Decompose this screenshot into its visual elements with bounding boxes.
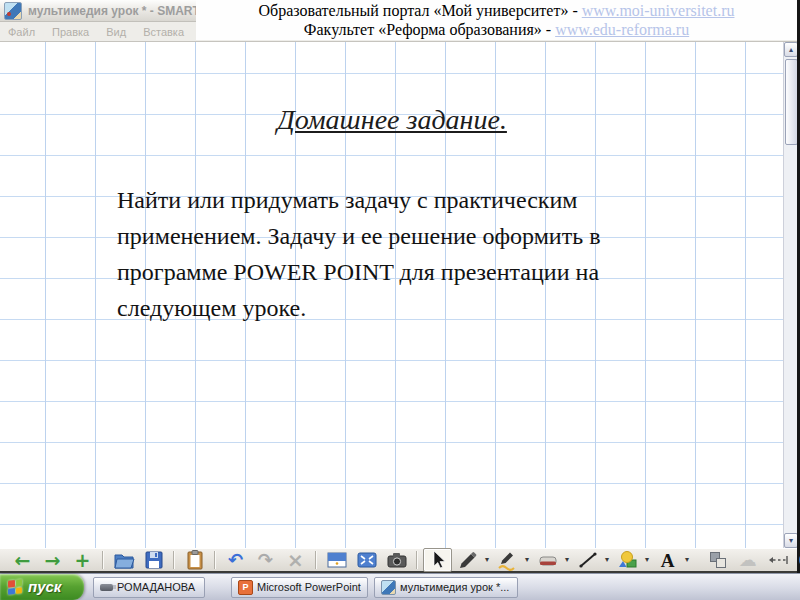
- toolbar-separator: [315, 551, 317, 569]
- screen-shade-icon: [326, 549, 348, 571]
- toolbar-separator: [214, 551, 216, 569]
- line-icon: [577, 549, 599, 571]
- next-page-button[interactable]: →: [38, 548, 67, 572]
- cloud-icon: ☁: [739, 551, 757, 569]
- pen-dropdown-arrow[interactable]: ▾: [485, 556, 489, 564]
- smart-notebook-window: мультимедия урок * - SMART N Файл Правка…: [0, 0, 800, 600]
- vertical-scrollbar[interactable]: ▴ ▾: [783, 42, 797, 548]
- line-dropdown-arrow[interactable]: ▾: [605, 556, 609, 564]
- camera-icon: [386, 549, 408, 571]
- open-button[interactable]: [109, 548, 138, 572]
- portal-line: Образовательный портал «Мой университет»…: [196, 1, 797, 20]
- portal-link[interactable]: www.moi-universitet.ru: [582, 2, 735, 19]
- folder-open-icon: [113, 549, 135, 571]
- slide-heading[interactable]: Домашнее задание.: [277, 104, 507, 136]
- undo-button[interactable]: ↶: [221, 548, 250, 572]
- text-dropdown-arrow[interactable]: ▾: [685, 556, 689, 564]
- order-objects-button[interactable]: [703, 548, 732, 572]
- creative-pen-icon: [497, 549, 519, 571]
- capture-button[interactable]: [382, 548, 411, 572]
- taskbar-button-powerpoint[interactable]: P Microsoft PowerPoint ...: [231, 577, 368, 598]
- eraser-tool-button[interactable]: [533, 548, 562, 572]
- arrow-right-icon: →: [45, 551, 61, 570]
- save-button[interactable]: [139, 548, 168, 572]
- menu-item-edit[interactable]: Правка: [52, 26, 89, 38]
- smart-up-button[interactable]: [793, 548, 800, 572]
- menu-item-file[interactable]: Файл: [8, 26, 35, 38]
- faculty-link[interactable]: www.edu-reforma.ru: [555, 21, 689, 38]
- screen-shade-button[interactable]: [322, 548, 351, 572]
- plus-icon: +: [75, 551, 91, 570]
- start-button[interactable]: пуск: [0, 574, 84, 600]
- eraser-dropdown-arrow[interactable]: ▾: [565, 556, 569, 564]
- taskbar-button-notebook[interactable]: мультимедия урок *...: [374, 577, 518, 598]
- powerpoint-icon: P: [238, 580, 253, 595]
- chevron-down-icon: ▾: [789, 537, 793, 545]
- shapes-icon: [617, 549, 639, 571]
- floppy-disk-icon: [143, 549, 165, 571]
- slide-body-line: применением. Задачу и ее решение оформит…: [117, 218, 600, 254]
- creative-pen-dropdown-arrow[interactable]: ▾: [525, 556, 529, 564]
- select-tool-button[interactable]: [423, 548, 452, 572]
- notebook-canvas[interactable]: Домашнее задание. Найти или придумать за…: [0, 42, 783, 548]
- notebook-toolbar: ← → + ↶ ↷ × ▾: [0, 548, 797, 573]
- paste-button[interactable]: [180, 548, 209, 572]
- arrow-left-icon: ←: [15, 551, 31, 570]
- cursor-arrow-icon: [427, 549, 449, 571]
- toolbar-separator: [173, 551, 175, 569]
- shapes-tool-button[interactable]: [613, 548, 642, 572]
- toolbar-separator: [416, 551, 418, 569]
- pen-tool-button[interactable]: [453, 548, 482, 572]
- eraser-icon: [537, 549, 559, 571]
- slide-body-line: Найти или придумать задачу с практически…: [117, 182, 600, 218]
- text-tool-icon: A: [661, 551, 675, 570]
- slide-body-line: программе POWER POINT для презентации на: [117, 254, 600, 290]
- menu-item-view[interactable]: Вид: [106, 26, 126, 38]
- smart-notebook-taskbar-icon: [381, 580, 396, 595]
- undo-icon: ↶: [228, 551, 243, 569]
- fullscreen-icon: [356, 549, 378, 571]
- faculty-text: Факультет «Реформа образования» -: [304, 21, 555, 38]
- cloud-button[interactable]: ☁: [733, 548, 762, 572]
- window-title: мультимедия урок * - SMART N: [28, 4, 212, 18]
- faculty-line: Факультет «Реформа образования» - www.ed…: [196, 20, 797, 39]
- slide-body-line: следующем уроке.: [117, 290, 600, 326]
- dashed-arrow-icon: [766, 549, 790, 571]
- pen-icon: [457, 549, 479, 571]
- scroll-up-button[interactable]: ▴: [784, 42, 798, 57]
- add-page-button[interactable]: +: [68, 548, 97, 572]
- overlap-squares-icon: [707, 549, 729, 571]
- redo-icon: ↷: [258, 551, 273, 569]
- watermark-overlay: Образовательный портал «Мой университет»…: [196, 0, 797, 40]
- shapes-dropdown-arrow[interactable]: ▾: [645, 556, 649, 564]
- measure-button[interactable]: [763, 548, 792, 572]
- redo-button[interactable]: ↷: [251, 548, 280, 572]
- text-tool-button[interactable]: A: [653, 548, 682, 572]
- taskbar-button-label: РОМАДАНОВА (F:): [117, 581, 198, 593]
- delete-button[interactable]: ×: [281, 548, 310, 572]
- toolbar-separator: [102, 551, 104, 569]
- up-arrow-circle-icon: [797, 549, 800, 571]
- taskbar: пуск РОМАДАНОВА (F:) P Microsoft PowerPo…: [0, 573, 800, 600]
- taskbar-button-label: Microsoft PowerPoint ...: [257, 581, 361, 593]
- creative-pen-tool-button[interactable]: [493, 548, 522, 572]
- delete-x-icon: ×: [287, 550, 304, 570]
- fullscreen-button[interactable]: [352, 548, 381, 572]
- chevron-up-icon: ▴: [789, 46, 793, 54]
- windows-logo-icon: [8, 579, 22, 594]
- slide-body[interactable]: Найти или придумать задачу с практически…: [117, 182, 600, 326]
- taskbar-button-label: мультимедия урок *...: [400, 581, 509, 593]
- smart-notebook-app-icon[interactable]: [4, 2, 22, 20]
- scroll-down-button[interactable]: ▾: [784, 533, 798, 548]
- clipboard-icon: [184, 549, 206, 571]
- portal-text: Образовательный портал «Мой университет»…: [259, 2, 582, 19]
- removable-drive-icon: [100, 584, 113, 591]
- taskbar-button-drive[interactable]: РОМАДАНОВА (F:): [93, 577, 205, 598]
- start-label: пуск: [28, 578, 61, 595]
- menu-item-insert[interactable]: Вставка: [143, 26, 184, 38]
- previous-page-button[interactable]: ←: [8, 548, 37, 572]
- line-tool-button[interactable]: [573, 548, 602, 572]
